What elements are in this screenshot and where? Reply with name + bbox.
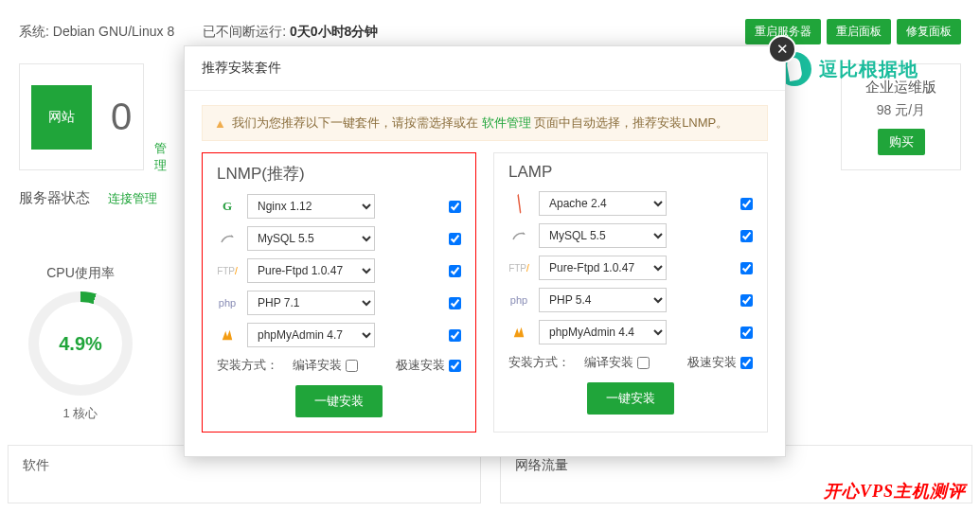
software-select[interactable]: MySQL 5.5 — [539, 223, 667, 248]
watermark-red: 开心VPS主机测评 — [824, 480, 966, 503]
tip-bar: ▲ 我们为您推荐以下一键套件，请按需选择或在 软件管理 页面中自动选择，推荐安装… — [202, 105, 768, 141]
php-icon: php — [217, 297, 238, 309]
compile-install-option[interactable]: 编译安装 — [293, 357, 358, 374]
tip-text-suffix: 页面中自动选择，推荐安装LNMP。 — [534, 115, 728, 130]
software-select[interactable]: Nginx 1.12 — [247, 194, 375, 219]
ftp-icon: FTP/ — [508, 263, 529, 274]
cpu-cores: 1 核心 — [28, 405, 133, 422]
top-bar: 系统: Debian GNU/Linux 8 已不间断运行: 0天0小时8分钟 … — [19, 19, 961, 44]
software-row: ╱Apache 2.4 — [508, 191, 753, 216]
software-row: phpMyAdmin 4.4 — [508, 320, 753, 344]
stack-lamp: LAMP╱Apache 2.4MySQL 5.5FTP/Pure-Ftpd 1.… — [493, 152, 768, 433]
install-button[interactable]: 一键安装 — [295, 385, 383, 417]
software-checkbox[interactable] — [449, 201, 461, 213]
software-select[interactable]: MySQL 5.5 — [247, 226, 375, 251]
site-stat-card: 网站 0 管理 — [19, 63, 144, 170]
install-mode-label: 安装方式： — [508, 354, 570, 371]
software-checkbox[interactable] — [740, 327, 753, 339]
modal-title: 推荐安装套件 — [185, 46, 785, 91]
software-row: phpPHP 5.4 — [508, 288, 753, 312]
install-mode-label: 安装方式： — [217, 357, 278, 374]
stack-lnmp: LNMP(推荐)GNginx 1.12MySQL 5.5FTP/Pure-Ftp… — [202, 152, 476, 433]
software-row: FTP/Pure-Ftpd 1.0.47 — [217, 258, 461, 283]
logo-text: 逗比根据地 — [819, 57, 918, 82]
compile-checkbox[interactable] — [346, 360, 358, 372]
install-button[interactable]: 一键安装 — [587, 382, 674, 415]
software-select[interactable]: Apache 2.4 — [539, 191, 667, 216]
stack-title: LNMP(推荐) — [217, 163, 461, 185]
warn-icon: ▲ — [214, 116, 226, 131]
fast-checkbox[interactable] — [740, 357, 753, 369]
site-manage-link[interactable]: 管理 — [154, 140, 167, 174]
software-row: GNginx 1.12 — [217, 194, 461, 219]
software-row: MySQL 5.5 — [217, 226, 461, 251]
compile-install-option[interactable]: 编译安装 — [584, 354, 650, 371]
install-mode-row: 安装方式：编译安装 极速安装 — [508, 354, 753, 371]
software-row: MySQL 5.5 — [508, 223, 753, 248]
system-label: 系统: Debian GNU/Linux 8 — [19, 24, 174, 41]
site-stat-tag: 网站 — [31, 85, 92, 150]
tip-link[interactable]: 软件管理 — [482, 115, 531, 130]
software-row: phpMyAdmin 4.7 — [217, 323, 461, 347]
tip-text-prefix: 我们为您推荐以下一键套件，请按需选择或在 — [232, 115, 478, 130]
software-row: phpPHP 7.1 — [217, 291, 461, 315]
compile-checkbox[interactable] — [637, 357, 650, 369]
fast-checkbox[interactable] — [449, 360, 461, 372]
phpmyadmin-icon — [217, 328, 238, 342]
repair-panel-button[interactable]: 修复面板 — [897, 19, 961, 44]
install-modal: ✕ 推荐安装套件 ▲ 我们为您推荐以下一键套件，请按需选择或在 软件管理 页面中… — [184, 45, 786, 457]
mysql-icon — [217, 231, 238, 246]
software-checkbox[interactable] — [449, 233, 461, 245]
software-checkbox[interactable] — [740, 262, 753, 274]
software-select[interactable]: Pure-Ftpd 1.0.47 — [247, 258, 375, 283]
system-value: Debian GNU/Linux 8 — [53, 24, 174, 39]
software-checkbox[interactable] — [740, 230, 753, 242]
logo-block: 逗比根据地 — [777, 52, 918, 86]
cpu-percent: 4.9% — [39, 302, 122, 385]
software-checkbox[interactable] — [740, 198, 753, 210]
restart-panel-button[interactable]: 重启面板 — [827, 19, 891, 44]
apache-icon: ╱ — [507, 191, 531, 216]
software-select[interactable]: PHP 7.1 — [247, 291, 375, 315]
mysql-icon — [508, 228, 529, 243]
software-select[interactable]: Pure-Ftpd 1.0.47 — [539, 256, 667, 280]
connection-manage-link[interactable]: 连接管理 — [108, 191, 157, 205]
software-select[interactable]: phpMyAdmin 4.4 — [539, 320, 667, 344]
software-checkbox[interactable] — [449, 265, 461, 277]
software-row: FTP/Pure-Ftpd 1.0.47 — [508, 256, 753, 280]
phpmyadmin-icon — [508, 326, 529, 339]
software-checkbox[interactable] — [449, 329, 461, 342]
software-checkbox[interactable] — [449, 297, 461, 309]
nginx-icon: G — [217, 199, 238, 214]
fast-install-option[interactable]: 极速安装 — [396, 357, 461, 374]
stack-title: LAMP — [508, 163, 753, 182]
install-mode-row: 安装方式：编译安装 极速安装 — [217, 357, 461, 374]
site-stat-value: 0 — [111, 96, 132, 138]
software-checkbox[interactable] — [740, 294, 753, 307]
fast-install-option[interactable]: 极速安装 — [687, 354, 753, 371]
php-icon: php — [508, 294, 529, 306]
uptime-value: 0天0小时8分钟 — [290, 24, 378, 39]
buy-button[interactable]: 购买 — [878, 129, 925, 155]
software-select[interactable]: phpMyAdmin 4.7 — [247, 323, 375, 347]
enterprise-price: 98 元/月 — [865, 102, 936, 119]
cpu-title: CPU使用率 — [28, 265, 133, 282]
stack-row: LNMP(推荐)GNginx 1.12MySQL 5.5FTP/Pure-Ftp… — [185, 152, 785, 456]
close-button[interactable]: ✕ — [768, 35, 796, 63]
software-select[interactable]: PHP 5.4 — [539, 288, 667, 312]
cpu-block: CPU使用率 4.9% 1 核心 — [28, 265, 133, 422]
cpu-donut-chart: 4.9% — [28, 291, 133, 396]
uptime: 已不间断运行: 0天0小时8分钟 — [203, 24, 378, 41]
ftp-icon: FTP/ — [217, 266, 238, 276]
